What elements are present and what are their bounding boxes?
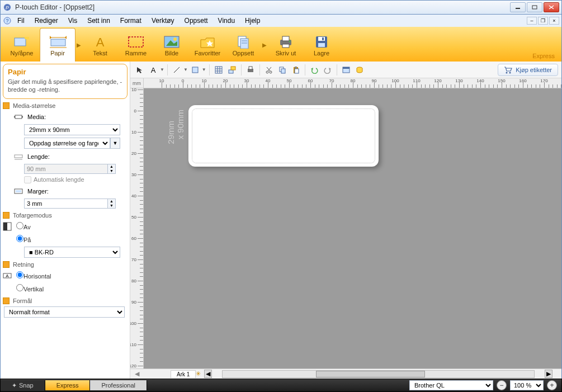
arrange-tool-icon[interactable] — [226, 64, 238, 76]
section-purpose: Formål — [3, 297, 127, 304]
twocolor-on-radio[interactable]: På — [16, 235, 31, 243]
length-input[interactable] — [24, 164, 108, 174]
menu-insert[interactable]: Sett inn — [83, 16, 115, 26]
detect-select[interactable]: Oppdag størrelse og farger — [24, 138, 110, 149]
copy-icon[interactable] — [276, 64, 289, 76]
ribbon-favorites-label: Favoritter — [195, 50, 220, 56]
media-width-icon — [13, 111, 24, 122]
label-preview[interactable] — [188, 105, 379, 167]
print-tool-icon[interactable] — [244, 64, 257, 76]
ribbon: Ny/åpne Papir ▶ A Tekst Ramme Bilde Favo… — [0, 27, 562, 62]
ribbon-layout[interactable]: Oppsett — [225, 28, 261, 62]
properties-icon[interactable] — [340, 64, 352, 76]
svg-text:P: P — [6, 5, 9, 11]
margins-spin-up[interactable]: ▲ — [108, 199, 115, 204]
pointer-tool-icon[interactable] — [134, 64, 146, 76]
zoom-in-button[interactable]: + — [547, 380, 557, 390]
dropdown-icon[interactable]: ▼ — [183, 67, 188, 72]
mode-professional[interactable]: Professional — [90, 380, 147, 390]
menu-view[interactable]: Vis — [64, 16, 82, 26]
svg-rect-10 — [51, 39, 65, 46]
redo-icon[interactable] — [322, 64, 334, 76]
ribbon-mode-label: Express — [532, 53, 555, 59]
length-label: Lengde: — [27, 153, 127, 160]
svg-rect-27 — [282, 44, 289, 48]
svg-point-28 — [289, 40, 291, 42]
table-tool-icon[interactable] — [212, 64, 225, 76]
menu-edit[interactable]: Rediger — [30, 16, 63, 26]
ribbon-frame[interactable]: Ramme — [118, 28, 154, 62]
scroll-left-button[interactable]: ◀ — [204, 370, 212, 378]
ribbon-favorites[interactable]: Favoritter — [190, 28, 225, 62]
svg-rect-26 — [282, 36, 289, 41]
svg-marker-13 — [50, 36, 51, 39]
zoom-select[interactable]: 100 % — [510, 380, 544, 390]
close-button[interactable] — [544, 2, 559, 12]
database-icon[interactable] — [353, 64, 366, 76]
sidepanel-title: Papir — [8, 68, 122, 76]
menu-format[interactable]: Format — [116, 16, 146, 26]
svg-text:?: ? — [6, 18, 8, 23]
twocolor-icon — [2, 221, 13, 232]
mdi-restore-button[interactable]: ❐ — [538, 17, 548, 25]
menu-layout[interactable]: Oppsett — [180, 16, 212, 26]
zoom-out-button[interactable]: − — [497, 380, 507, 390]
detect-dropdown-button[interactable]: ▼ — [110, 138, 120, 149]
paper-icon — [49, 34, 67, 50]
svg-rect-33 — [15, 115, 22, 119]
dropdown-icon[interactable]: ▼ — [202, 67, 206, 72]
text-tool-icon[interactable]: A — [147, 64, 159, 76]
horizontal-scrollbar[interactable] — [222, 370, 535, 378]
length-spin-up[interactable]: ▲ — [108, 164, 115, 169]
frame-icon — [127, 34, 145, 50]
scroll-right-button[interactable]: ▶ — [545, 370, 552, 378]
margins-spin-down[interactable]: ▼ — [108, 204, 115, 208]
ribbon-text[interactable]: A Tekst — [82, 28, 118, 62]
undo-icon[interactable] — [308, 64, 320, 76]
orientation-vertical-radio[interactable]: Vertikal — [16, 284, 44, 292]
dropdown-icon[interactable]: ▼ — [160, 67, 164, 72]
length-spin-down[interactable]: ▼ — [108, 169, 115, 173]
window-title: P-touch Editor - [Oppsett2] — [15, 3, 510, 11]
mdi-minimize-button[interactable]: – — [527, 17, 537, 25]
margins-input[interactable] — [24, 199, 108, 209]
shape-tool-icon[interactable] — [189, 64, 201, 76]
svg-rect-56 — [231, 67, 235, 70]
color-mode-select[interactable]: ■ BK-RD — [24, 247, 120, 258]
auto-length-checkbox[interactable]: Automatisk lengde — [24, 176, 127, 183]
ribbon-paper[interactable]: Papir — [40, 28, 75, 62]
twocolor-off-radio[interactable]: Av — [16, 222, 31, 230]
buy-labels-button[interactable]: Kjøp etiketter — [498, 64, 558, 76]
svg-rect-58 — [249, 67, 252, 69]
media-select[interactable]: 29mm x 90mm — [24, 124, 120, 135]
ribbon-save[interactable]: Lagre — [304, 28, 339, 62]
svg-point-74 — [509, 72, 511, 73]
ribbon-print[interactable]: Skriv ut — [268, 28, 304, 62]
paste-icon[interactable] — [290, 64, 302, 76]
mdi-close-button[interactable]: × — [549, 17, 559, 25]
ribbon-frame-label: Ramme — [125, 50, 147, 56]
sheet-tab[interactable]: Ark 1 — [171, 370, 196, 378]
line-tool-icon[interactable] — [171, 64, 183, 76]
svg-text:A: A — [96, 35, 105, 49]
menu-help[interactable]: Hjelp — [240, 16, 265, 26]
svg-rect-32 — [322, 37, 324, 40]
ribbon-image[interactable]: Bilde — [154, 28, 190, 62]
mode-snap[interactable]: ✦Snap — [1, 380, 45, 391]
cut-icon[interactable] — [263, 64, 275, 76]
help-icon[interactable]: ? — [3, 16, 12, 25]
ribbon-text-label: Tekst — [93, 50, 107, 56]
orientation-horizontal-radio[interactable]: Horisontal — [16, 271, 51, 280]
maximize-button[interactable] — [527, 2, 542, 12]
menu-tools[interactable]: Verktøy — [147, 16, 179, 26]
minimize-button[interactable] — [510, 2, 526, 12]
purpose-select[interactable]: Normalt format — [4, 306, 125, 318]
ribbon-new-open[interactable]: Ny/åpne — [4, 28, 40, 62]
menu-file[interactable]: Fil — [13, 16, 29, 26]
printer-select[interactable]: Brother QL — [409, 380, 493, 390]
canvas-viewport[interactable]: 29mm x 90mm — [144, 88, 561, 369]
mode-express[interactable]: Express — [45, 380, 91, 390]
ribbon-separator-icon: ▶ — [261, 28, 268, 62]
menu-window[interactable]: Vindu — [214, 16, 239, 26]
svg-marker-14 — [65, 36, 67, 39]
